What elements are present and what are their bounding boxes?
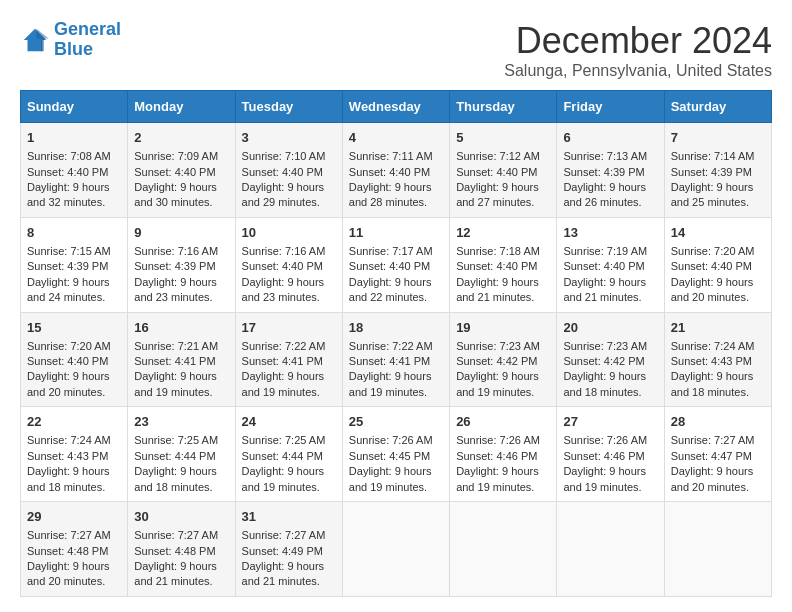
month-title: December 2024	[504, 20, 772, 62]
day-number: 23	[134, 413, 228, 431]
day-number: 14	[671, 224, 765, 242]
calendar-cell: 26Sunrise: 7:26 AMSunset: 4:46 PMDayligh…	[450, 407, 557, 502]
sunrise-text: Sunrise: 7:15 AM	[27, 245, 111, 257]
sunset-text: Sunset: 4:40 PM	[242, 260, 323, 272]
day-header-saturday: Saturday	[664, 91, 771, 123]
sunset-text: Sunset: 4:39 PM	[671, 166, 752, 178]
sunset-text: Sunset: 4:40 PM	[456, 260, 537, 272]
day-number: 1	[27, 129, 121, 147]
sunrise-text: Sunrise: 7:18 AM	[456, 245, 540, 257]
day-number: 9	[134, 224, 228, 242]
sunset-text: Sunset: 4:43 PM	[671, 355, 752, 367]
sunset-text: Sunset: 4:40 PM	[242, 166, 323, 178]
calendar-header-row: SundayMondayTuesdayWednesdayThursdayFrid…	[21, 91, 772, 123]
daylight-text: Daylight: 9 hours and 22 minutes.	[349, 276, 432, 303]
calendar-week-row: 22Sunrise: 7:24 AMSunset: 4:43 PMDayligh…	[21, 407, 772, 502]
sunset-text: Sunset: 4:43 PM	[27, 450, 108, 462]
sunrise-text: Sunrise: 7:14 AM	[671, 150, 755, 162]
daylight-text: Daylight: 9 hours and 29 minutes.	[242, 181, 325, 208]
sunrise-text: Sunrise: 7:08 AM	[27, 150, 111, 162]
calendar-cell: 5Sunrise: 7:12 AMSunset: 4:40 PMDaylight…	[450, 123, 557, 218]
sunset-text: Sunset: 4:40 PM	[349, 166, 430, 178]
day-number: 7	[671, 129, 765, 147]
day-number: 13	[563, 224, 657, 242]
sunset-text: Sunset: 4:49 PM	[242, 545, 323, 557]
day-number: 18	[349, 319, 443, 337]
day-number: 29	[27, 508, 121, 526]
daylight-text: Daylight: 9 hours and 19 minutes.	[349, 465, 432, 492]
daylight-text: Daylight: 9 hours and 18 minutes.	[563, 370, 646, 397]
sunrise-text: Sunrise: 7:19 AM	[563, 245, 647, 257]
sunset-text: Sunset: 4:40 PM	[27, 355, 108, 367]
calendar-week-row: 1Sunrise: 7:08 AMSunset: 4:40 PMDaylight…	[21, 123, 772, 218]
daylight-text: Daylight: 9 hours and 18 minutes.	[134, 465, 217, 492]
sunrise-text: Sunrise: 7:24 AM	[27, 434, 111, 446]
sunrise-text: Sunrise: 7:26 AM	[563, 434, 647, 446]
sunrise-text: Sunrise: 7:26 AM	[349, 434, 433, 446]
daylight-text: Daylight: 9 hours and 18 minutes.	[27, 465, 110, 492]
calendar-body: 1Sunrise: 7:08 AMSunset: 4:40 PMDaylight…	[21, 123, 772, 597]
calendar-cell: 19Sunrise: 7:23 AMSunset: 4:42 PMDayligh…	[450, 312, 557, 407]
calendar-cell: 18Sunrise: 7:22 AMSunset: 4:41 PMDayligh…	[342, 312, 449, 407]
daylight-text: Daylight: 9 hours and 27 minutes.	[456, 181, 539, 208]
day-number: 11	[349, 224, 443, 242]
calendar-cell: 7Sunrise: 7:14 AMSunset: 4:39 PMDaylight…	[664, 123, 771, 218]
day-number: 12	[456, 224, 550, 242]
sunset-text: Sunset: 4:48 PM	[134, 545, 215, 557]
sunrise-text: Sunrise: 7:27 AM	[134, 529, 218, 541]
calendar-week-row: 15Sunrise: 7:20 AMSunset: 4:40 PMDayligh…	[21, 312, 772, 407]
day-number: 21	[671, 319, 765, 337]
daylight-text: Daylight: 9 hours and 21 minutes.	[456, 276, 539, 303]
sunrise-text: Sunrise: 7:25 AM	[134, 434, 218, 446]
calendar-cell	[342, 502, 449, 597]
sunset-text: Sunset: 4:45 PM	[349, 450, 430, 462]
sunrise-text: Sunrise: 7:17 AM	[349, 245, 433, 257]
calendar-cell: 20Sunrise: 7:23 AMSunset: 4:42 PMDayligh…	[557, 312, 664, 407]
calendar-cell: 30Sunrise: 7:27 AMSunset: 4:48 PMDayligh…	[128, 502, 235, 597]
sunset-text: Sunset: 4:44 PM	[134, 450, 215, 462]
day-number: 6	[563, 129, 657, 147]
daylight-text: Daylight: 9 hours and 21 minutes.	[134, 560, 217, 587]
sunrise-text: Sunrise: 7:22 AM	[242, 340, 326, 352]
day-number: 27	[563, 413, 657, 431]
calendar-cell: 15Sunrise: 7:20 AMSunset: 4:40 PMDayligh…	[21, 312, 128, 407]
calendar-cell: 13Sunrise: 7:19 AMSunset: 4:40 PMDayligh…	[557, 217, 664, 312]
day-header-monday: Monday	[128, 91, 235, 123]
sunrise-text: Sunrise: 7:27 AM	[242, 529, 326, 541]
calendar-cell	[450, 502, 557, 597]
sunrise-text: Sunrise: 7:11 AM	[349, 150, 433, 162]
sunrise-text: Sunrise: 7:26 AM	[456, 434, 540, 446]
sunrise-text: Sunrise: 7:22 AM	[349, 340, 433, 352]
daylight-text: Daylight: 9 hours and 19 minutes.	[456, 465, 539, 492]
logo: General Blue	[20, 20, 121, 60]
calendar-cell: 6Sunrise: 7:13 AMSunset: 4:39 PMDaylight…	[557, 123, 664, 218]
calendar-week-row: 8Sunrise: 7:15 AMSunset: 4:39 PMDaylight…	[21, 217, 772, 312]
sunrise-text: Sunrise: 7:23 AM	[563, 340, 647, 352]
calendar-cell: 24Sunrise: 7:25 AMSunset: 4:44 PMDayligh…	[235, 407, 342, 502]
sunset-text: Sunset: 4:39 PM	[563, 166, 644, 178]
day-number: 16	[134, 319, 228, 337]
daylight-text: Daylight: 9 hours and 21 minutes.	[563, 276, 646, 303]
calendar-cell: 27Sunrise: 7:26 AMSunset: 4:46 PMDayligh…	[557, 407, 664, 502]
day-header-thursday: Thursday	[450, 91, 557, 123]
day-number: 17	[242, 319, 336, 337]
sunset-text: Sunset: 4:40 PM	[456, 166, 537, 178]
day-number: 4	[349, 129, 443, 147]
sunset-text: Sunset: 4:40 PM	[27, 166, 108, 178]
day-header-friday: Friday	[557, 91, 664, 123]
day-header-wednesday: Wednesday	[342, 91, 449, 123]
day-number: 24	[242, 413, 336, 431]
calendar-cell: 29Sunrise: 7:27 AMSunset: 4:48 PMDayligh…	[21, 502, 128, 597]
daylight-text: Daylight: 9 hours and 24 minutes.	[27, 276, 110, 303]
sunset-text: Sunset: 4:40 PM	[671, 260, 752, 272]
sunset-text: Sunset: 4:42 PM	[563, 355, 644, 367]
daylight-text: Daylight: 9 hours and 19 minutes.	[456, 370, 539, 397]
day-number: 20	[563, 319, 657, 337]
calendar-table: SundayMondayTuesdayWednesdayThursdayFrid…	[20, 90, 772, 597]
daylight-text: Daylight: 9 hours and 19 minutes.	[349, 370, 432, 397]
day-number: 30	[134, 508, 228, 526]
daylight-text: Daylight: 9 hours and 32 minutes.	[27, 181, 110, 208]
sunrise-text: Sunrise: 7:20 AM	[671, 245, 755, 257]
daylight-text: Daylight: 9 hours and 19 minutes.	[242, 370, 325, 397]
calendar-cell: 31Sunrise: 7:27 AMSunset: 4:49 PMDayligh…	[235, 502, 342, 597]
